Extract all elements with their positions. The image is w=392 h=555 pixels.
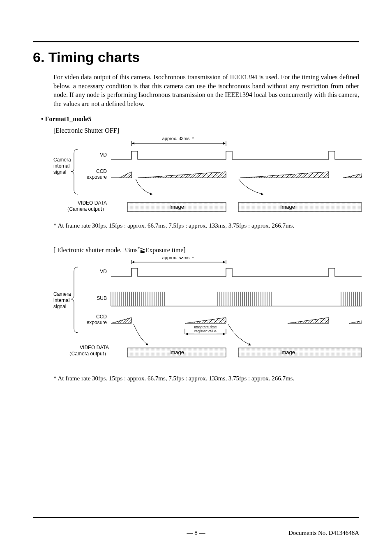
group-label: Camera bbox=[53, 291, 71, 297]
image-label: Image bbox=[169, 349, 184, 355]
image-label: Image bbox=[169, 204, 184, 210]
chapter-heading: 6. Timing charts bbox=[33, 49, 359, 65]
svg-marker-10 bbox=[343, 174, 362, 178]
svg-text:register value: register value bbox=[194, 329, 217, 333]
svg-marker-9 bbox=[240, 172, 329, 178]
page-footer: ― 8 ― Documents No. D4134648A bbox=[33, 530, 359, 537]
period-label: approx. 33ms ＊ bbox=[162, 257, 196, 260]
vd-label: VD bbox=[100, 269, 107, 274]
svg-text:Image: Image bbox=[280, 204, 295, 210]
svg-text:signal: signal bbox=[53, 304, 66, 309]
timing-diagram-shutter-mode: approx. 33ms ＊ Camera internal signal VD… bbox=[53, 257, 359, 372]
sub-burst-2 bbox=[218, 292, 271, 306]
svg-text:signal: signal bbox=[53, 169, 66, 175]
svg-rect-13 bbox=[238, 203, 362, 212]
svg-text:（Camera output）: （Camera output） bbox=[65, 206, 107, 212]
page-number: ― 8 ― bbox=[187, 530, 205, 537]
ccd-label: CCD bbox=[96, 314, 107, 320]
videodata-label: VIDEO DATA bbox=[80, 345, 109, 350]
period-label: approx. 33ms ＊ bbox=[162, 137, 196, 141]
group-label: Camera bbox=[53, 157, 71, 163]
videodata-label: VIDEO DATA bbox=[78, 200, 107, 206]
doc-number: Documents No. D4134648A bbox=[251, 530, 359, 537]
intro-paragraph: For video data output of this camera, Is… bbox=[53, 73, 359, 108]
header-rule bbox=[33, 41, 359, 42]
svg-text:exposure: exposure bbox=[87, 320, 107, 325]
svg-marker-88 bbox=[111, 318, 131, 323]
vd-label: VD bbox=[100, 152, 107, 158]
svg-marker-91 bbox=[349, 321, 362, 323]
ccd-label: CCD bbox=[96, 168, 107, 174]
timing-diagram-shutter-off: approx. 33ms ＊ Camera internal signal VD… bbox=[53, 137, 359, 219]
svg-marker-90 bbox=[288, 318, 329, 323]
diagram2-footnote: * At frame rate 30fps. 15fps : approx. 6… bbox=[53, 375, 359, 382]
svg-marker-7 bbox=[111, 172, 131, 178]
svg-rect-98 bbox=[238, 348, 362, 357]
sub-label: SUB bbox=[97, 295, 107, 301]
diagram2-caption: [ Electronic shutter mode, 33ms*≧Exposur… bbox=[53, 246, 359, 254]
sub-burst-1 bbox=[111, 292, 164, 306]
diagram1-caption: [Electronic Shutter OFF] bbox=[53, 127, 359, 134]
svg-text:Image: Image bbox=[280, 349, 295, 355]
svg-text:exposure: exposure bbox=[87, 174, 107, 180]
footer-rule bbox=[33, 517, 359, 518]
integrate-label: Integrate time bbox=[194, 325, 217, 329]
sub-burst-3 bbox=[341, 292, 362, 306]
svg-text:internal: internal bbox=[53, 163, 69, 169]
format-heading: Format1_mode5 bbox=[41, 115, 359, 123]
svg-marker-8 bbox=[138, 172, 226, 178]
svg-text:（Camera output）: （Camera output） bbox=[67, 351, 109, 357]
diagram1-footnote: * At frame rate 30fps. 15fps : approx. 6… bbox=[53, 222, 359, 229]
svg-marker-89 bbox=[185, 318, 226, 323]
svg-text:internal: internal bbox=[53, 297, 69, 303]
